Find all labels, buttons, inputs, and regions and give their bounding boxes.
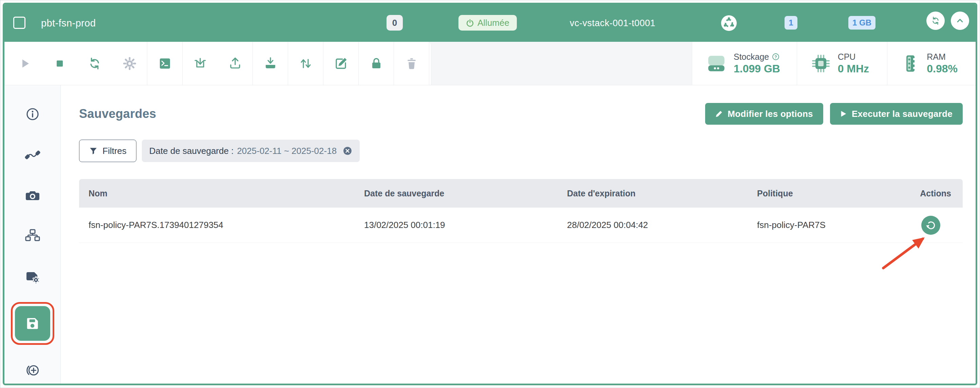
vm-hostname: vc-vstack-001-t0001 xyxy=(570,5,655,42)
cell-expiry-date: 28/02/2025 00:04:42 xyxy=(558,220,748,230)
count-badge: 0 xyxy=(387,15,403,30)
refresh-button[interactable] xyxy=(926,11,945,30)
play-icon xyxy=(17,56,32,71)
console-button[interactable] xyxy=(147,42,182,85)
sidebar-item-backups[interactable] xyxy=(15,306,50,341)
edit-options-button[interactable]: Modifier les options xyxy=(705,103,823,125)
cable-icon xyxy=(24,147,41,163)
storage-drive-icon xyxy=(706,54,726,73)
add-circle-icon xyxy=(24,362,41,378)
vm-detail-panel: pbt-fsn-prod 0 Allumée vc-vstack-001-t00… xyxy=(3,3,977,385)
sidebar-item-connections[interactable] xyxy=(18,141,47,169)
download-button[interactable] xyxy=(253,42,288,85)
sidebar-item-add[interactable] xyxy=(18,356,47,384)
cpu-chip-icon xyxy=(811,54,830,73)
swap-vertical-icon xyxy=(298,56,313,71)
svg-text:?: ? xyxy=(775,55,777,59)
storage-value: 1.099 GB xyxy=(733,62,780,75)
sidebar-item-info[interactable] xyxy=(18,100,47,128)
delete-button[interactable] xyxy=(394,42,429,85)
resize-button[interactable] xyxy=(288,42,323,85)
ram-size-badge: 1 GB xyxy=(848,16,875,30)
chevron-up-icon xyxy=(955,15,966,26)
screenshot-frame: pbt-fsn-prod 0 Allumée vc-vstack-001-t00… xyxy=(0,0,980,388)
mount-iso-button[interactable] xyxy=(183,42,218,85)
sidebar-item-storage[interactable] xyxy=(18,263,47,291)
terminal-icon xyxy=(158,56,172,71)
filter-chip: Date de sauvegarde : 2025-02-11 ~ 2025-0… xyxy=(142,140,360,162)
cell-backup-date: 13/02/2025 00:01:19 xyxy=(355,220,558,230)
ram-value: 0.98% xyxy=(927,62,958,75)
header-actions: Actions xyxy=(920,188,963,198)
insert-down-icon xyxy=(193,56,208,71)
lock-button[interactable] xyxy=(359,42,394,85)
header-expiry-date: Date d'expiration xyxy=(558,188,748,198)
info-icon xyxy=(24,106,41,122)
header-name: Nom xyxy=(79,188,355,198)
header-backup-date: Date de sauvegarde xyxy=(355,188,558,198)
close-icon xyxy=(343,146,352,156)
stop-button[interactable] xyxy=(42,42,77,85)
vm-toolbar: Stockage ? 1.099 GB xyxy=(5,42,975,85)
run-backup-button[interactable]: Executer la sauvegarde xyxy=(830,103,963,125)
help-icon: ? xyxy=(772,53,780,61)
sidebar-item-snapshots[interactable] xyxy=(18,181,47,210)
power-icon xyxy=(466,19,474,27)
cpu-label: CPU xyxy=(838,52,856,62)
power-status-badge: Allumée xyxy=(458,15,517,30)
table-header-row: Nom Date de sauvegarde Date d'expiration… xyxy=(79,179,963,208)
cpu-value: 0 MHz xyxy=(838,62,869,75)
filter-chip-value: 2025-02-11 ~ 2025-02-18 xyxy=(237,146,337,156)
restart-button[interactable] xyxy=(77,42,112,85)
trash-icon xyxy=(404,56,419,71)
eject-upload-button[interactable] xyxy=(218,42,253,85)
vm-sidebar xyxy=(5,85,61,384)
storage-stat: Stockage ? 1.099 GB xyxy=(692,42,797,85)
upload-icon xyxy=(228,56,243,71)
cpu-stat: CPU 0 MHz xyxy=(797,42,888,85)
camera-icon xyxy=(24,188,41,204)
filter-chip-label: Date de sauvegarde : xyxy=(149,146,234,156)
vcpu-badge: 1 xyxy=(784,16,797,30)
ram-stat: RAM 0.98% xyxy=(887,42,975,85)
edit-button[interactable] xyxy=(323,42,358,85)
sidebar-item-network[interactable] xyxy=(18,222,47,251)
settings-button[interactable] xyxy=(112,42,147,85)
download-icon xyxy=(263,56,278,71)
vm-checkbox[interactable] xyxy=(13,17,25,29)
power-status-label: Allumée xyxy=(477,18,509,28)
cell-policy: fsn-policy-PAR7S xyxy=(748,220,894,230)
stop-icon xyxy=(52,56,67,71)
vm-header: pbt-fsn-prod 0 Allumée vc-vstack-001-t00… xyxy=(5,5,975,42)
play-icon xyxy=(840,110,847,118)
edit-icon xyxy=(334,56,348,71)
start-button[interactable] xyxy=(7,42,42,85)
backups-table: Nom Date de sauvegarde Date d'expiration… xyxy=(79,179,963,243)
lock-icon xyxy=(369,56,384,71)
restart-icon xyxy=(87,56,102,71)
restore-icon xyxy=(925,220,936,231)
vm-stats-panel: Stockage ? 1.099 GB xyxy=(692,42,975,85)
ram-stick-icon xyxy=(902,54,919,73)
gear-icon xyxy=(122,56,137,71)
filter-icon xyxy=(89,147,98,155)
refresh-icon xyxy=(931,16,941,26)
ubuntu-icon xyxy=(721,15,737,32)
filter-chip-close-button[interactable] xyxy=(343,146,352,156)
network-icon xyxy=(24,228,41,244)
collapse-button[interactable] xyxy=(951,11,969,30)
header-policy: Politique xyxy=(748,188,894,198)
table-row: fsn-policy-PAR7S.1739401279354 13/02/202… xyxy=(79,208,963,243)
toolbar-actions-panel xyxy=(5,42,431,85)
restore-backup-button[interactable] xyxy=(921,216,940,235)
cell-name: fsn-policy-PAR7S.1739401279354 xyxy=(79,220,355,230)
vm-name: pbt-fsn-prod xyxy=(41,5,96,42)
storage-label: Stockage xyxy=(733,52,769,62)
save-icon xyxy=(25,316,40,331)
ram-label: RAM xyxy=(927,52,946,62)
page-title: Sauvegardes xyxy=(79,107,156,121)
pencil-icon xyxy=(715,110,723,118)
backups-content: Sauvegardes Modifier les options Execute… xyxy=(61,85,975,384)
filters-button[interactable]: Filtres xyxy=(79,140,137,162)
disk-gear-icon xyxy=(24,269,41,285)
